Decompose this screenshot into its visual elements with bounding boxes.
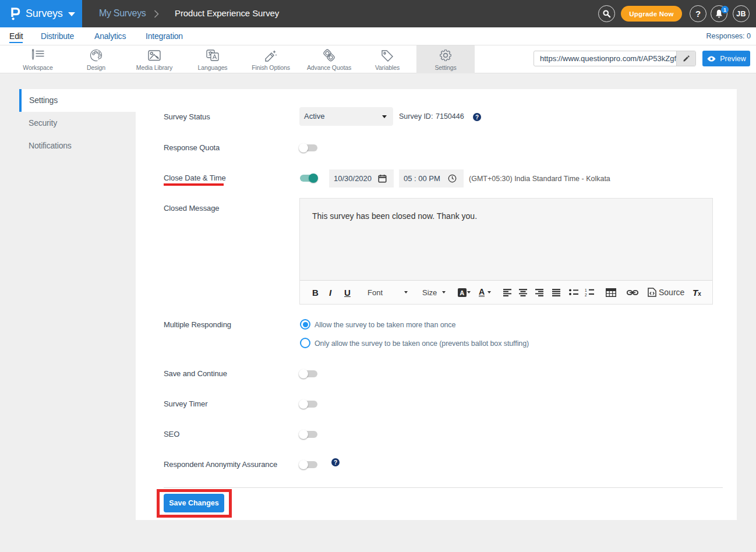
svg-text:A: A xyxy=(460,289,464,296)
svg-text:1: 1 xyxy=(585,288,587,292)
svg-text:2: 2 xyxy=(585,293,587,297)
